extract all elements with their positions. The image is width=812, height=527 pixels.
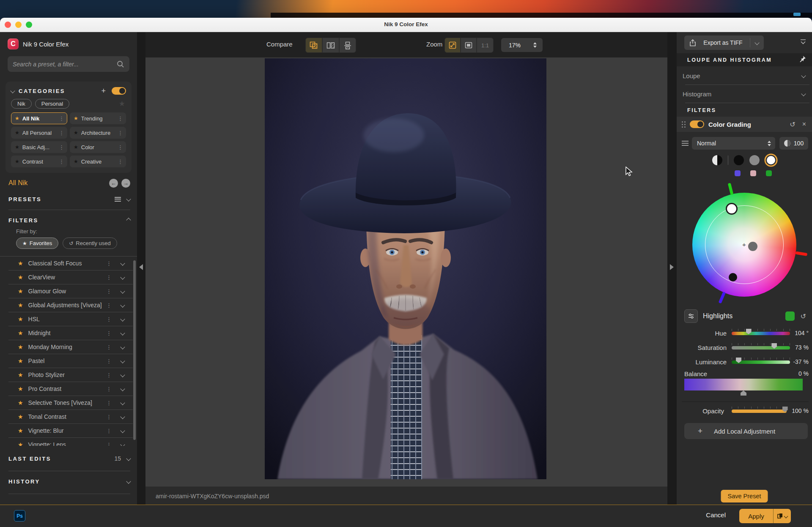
highlights-current-color-swatch[interactable]	[785, 311, 795, 321]
filter-row-global-adjustments-viveza-[interactable]: ★Global Adjustments [Viveza]⋮	[8, 298, 133, 312]
chevron-down-icon[interactable]	[120, 428, 125, 433]
chevron-down-icon[interactable]	[120, 303, 125, 307]
star-icon[interactable]: ★	[18, 288, 23, 295]
collapse-all-icon[interactable]	[799, 39, 807, 47]
star-icon[interactable]: ★	[18, 260, 23, 267]
opacity-slider[interactable]	[732, 407, 787, 415]
filter-row-vignette-blur[interactable]: ★Vignette: Blur⋮	[8, 424, 133, 438]
drag-handle-icon[interactable]	[682, 121, 686, 128]
more-options-icon[interactable]: ⋮	[106, 344, 112, 350]
filter-row-glamour-glow[interactable]: ★Glamour Glow⋮	[8, 284, 133, 298]
color-grading-toggle[interactable]	[690, 120, 704, 128]
add-local-adjustment-button[interactable]: + Add Local Adjustment	[684, 423, 808, 439]
chevron-down-icon[interactable]	[120, 386, 125, 391]
balance-slider[interactable]	[684, 379, 803, 390]
compare-split-vertical-button[interactable]	[322, 38, 339, 53]
chevron-down-icon[interactable]	[126, 479, 131, 483]
more-options-icon[interactable]: ⋮	[106, 414, 112, 420]
star-icon[interactable]: ★	[15, 130, 19, 136]
star-icon[interactable]: ★	[18, 330, 23, 336]
zoom-percent-control[interactable]: 17%	[501, 38, 543, 52]
more-options-icon[interactable]: ⋮	[59, 130, 64, 136]
list-view-icon[interactable]	[115, 196, 121, 202]
collapse-panel-arrow[interactable]	[670, 264, 674, 270]
chevron-down-icon[interactable]	[120, 261, 125, 265]
presets-section-row[interactable]: PRESETS	[8, 194, 130, 205]
categories-toggle[interactable]	[112, 87, 126, 95]
star-icon[interactable]: ★	[18, 427, 23, 434]
favorite-star-icon[interactable]: ★	[119, 99, 125, 108]
luminance-slider[interactable]	[732, 358, 790, 366]
chevron-down-icon[interactable]	[10, 88, 15, 93]
more-options-icon[interactable]: ⋮	[59, 115, 64, 122]
favorites-filter-chip[interactable]: ★ Favorites	[16, 238, 58, 249]
zoom-one-to-one-button[interactable]: 1:1	[477, 38, 494, 53]
chevron-down-icon[interactable]	[120, 344, 125, 349]
star-icon[interactable]: ★	[18, 344, 23, 350]
more-options-icon[interactable]: ⋮	[118, 144, 123, 150]
category-tile-creative[interactable]: ★Creative⋮	[70, 156, 126, 167]
highlights-marker[interactable]	[726, 203, 738, 215]
midtones-tone-button[interactable]	[749, 155, 760, 165]
balance-slider-thumb[interactable]	[741, 390, 746, 396]
filter-row-selective-tones-viveza-[interactable]: ★Selective Tones [Viveza]⋮	[8, 396, 133, 410]
more-options-icon[interactable]: ⋮	[118, 115, 123, 122]
star-icon[interactable]: ★	[15, 158, 19, 164]
more-options-icon[interactable]: ⋮	[106, 330, 112, 336]
more-options-icon[interactable]: ⋮	[118, 130, 123, 136]
more-options-icon[interactable]: ⋮	[106, 302, 112, 309]
chevron-down-icon[interactable]	[120, 275, 125, 279]
chevron-down-icon[interactable]	[120, 330, 125, 335]
star-icon[interactable]: ★	[18, 371, 23, 378]
apply-button[interactable]: Apply	[739, 509, 773, 523]
next-category-button[interactable]: →	[121, 179, 130, 188]
chevron-down-icon[interactable]	[126, 456, 131, 461]
chevron-down-icon[interactable]	[120, 442, 125, 446]
more-options-icon[interactable]: ⋮	[106, 358, 112, 364]
reset-icon[interactable]: ↺	[790, 120, 795, 128]
more-options-icon[interactable]: ⋮	[106, 386, 112, 392]
save-preset-button[interactable]: Save Preset	[721, 490, 768, 502]
more-options-icon[interactable]: ⋮	[59, 144, 64, 150]
shadows-marker[interactable]	[729, 273, 737, 281]
filter-row-tonal-contrast[interactable]: ★Tonal Contrast⋮	[8, 410, 133, 424]
saturation-slider[interactable]	[732, 343, 790, 352]
category-chip-nik[interactable]: Nik	[11, 99, 32, 109]
chevron-down-icon[interactable]	[120, 372, 125, 377]
more-options-icon[interactable]: ⋮	[106, 274, 112, 281]
blend-menu-icon[interactable]	[682, 139, 689, 147]
more-options-icon[interactable]: ⋮	[106, 400, 112, 406]
star-icon[interactable]: ★	[74, 115, 78, 121]
star-icon[interactable]: ★	[18, 358, 23, 364]
compare-overlay-button[interactable]	[305, 38, 322, 53]
prev-category-button[interactable]: ←	[109, 179, 118, 188]
add-category-icon[interactable]: +	[101, 87, 106, 95]
chevron-down-icon[interactable]	[126, 197, 131, 201]
more-options-icon[interactable]: ⋮	[106, 260, 112, 267]
more-options-icon[interactable]: ⋮	[106, 316, 112, 322]
filter-list-scrollbar[interactable]	[133, 260, 136, 440]
global-tone-icon[interactable]	[712, 155, 722, 165]
category-tile-architecture[interactable]: ★Architecture⋮	[70, 127, 126, 139]
adjustments-icon-button[interactable]	[684, 309, 698, 323]
filter-row-photo-stylizer[interactable]: ★Photo Stylizer⋮	[8, 368, 133, 382]
blend-mode-stepper[interactable]	[768, 141, 771, 146]
category-tile-all-personal[interactable]: ★All Personal⋮	[11, 127, 67, 139]
filter-row-classical-soft-focus[interactable]: ★Classical Soft Focus⋮	[8, 257, 133, 270]
filters-section-row[interactable]: FILTERS	[8, 215, 130, 226]
zoom-expand-button[interactable]	[444, 38, 461, 53]
reset-icon[interactable]: ↺	[801, 312, 806, 320]
star-icon[interactable]: ★	[74, 158, 78, 164]
star-icon[interactable]: ★	[74, 130, 78, 136]
image-canvas[interactable]	[145, 57, 667, 487]
highlights-tone-button-selected[interactable]	[767, 156, 775, 164]
more-options-icon[interactable]: ⋮	[106, 428, 112, 434]
filter-row-pastel[interactable]: ★Pastel⋮	[8, 354, 133, 368]
chevron-down-icon[interactable]	[754, 40, 759, 45]
chevron-down-icon[interactable]	[120, 358, 125, 363]
star-icon[interactable]: ★	[18, 385, 23, 392]
chevron-up-icon[interactable]	[126, 218, 131, 222]
more-options-icon[interactable]: ⋮	[106, 442, 112, 446]
category-chip-personal[interactable]: Personal	[35, 99, 69, 109]
filter-row-pro-contrast[interactable]: ★Pro Contrast⋮	[8, 382, 133, 396]
